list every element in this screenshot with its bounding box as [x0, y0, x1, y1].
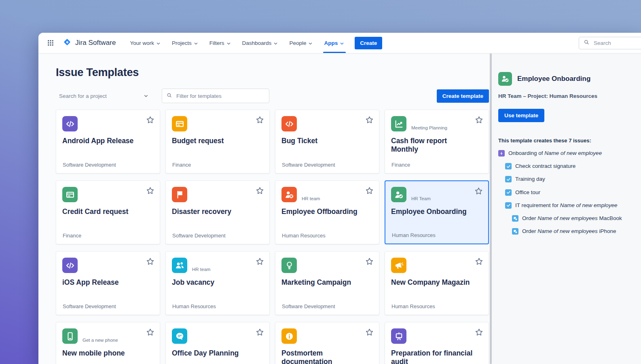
nav-item-apps[interactable]: Apps [319, 33, 350, 53]
favorite-star-icon[interactable] [474, 328, 484, 337]
favorite-star-icon[interactable] [365, 328, 374, 337]
chevron-down-icon [193, 40, 199, 47]
template-card-credit-card-request[interactable]: Credit Card request Finance [56, 180, 160, 244]
favorite-star-icon[interactable] [146, 186, 155, 195]
issue-item: Onboarding of Name of new employee [498, 150, 635, 157]
megaphone-icon [391, 258, 406, 273]
grid-icon [47, 39, 55, 47]
favorite-star-icon[interactable] [474, 257, 484, 266]
issue-text: Order Name of new employees iPhone [522, 228, 616, 235]
template-card-employee-onboarding[interactable]: HR Team Employee Onboarding Human Resour… [385, 180, 489, 244]
nav-item-filters[interactable]: Filters [204, 33, 237, 53]
card-tag: Get a new phone [83, 338, 118, 344]
template-card-grid: Android App Release Software Development… [56, 110, 489, 364]
nav-item-projects[interactable]: Projects [167, 33, 204, 53]
favorite-star-icon[interactable] [146, 115, 155, 125]
card-title: Cash flow report Monthly [391, 137, 474, 154]
issue-item: Order Name of new employees MacBook [498, 215, 635, 222]
template-card-disaster-recovery[interactable]: Disaster recovery Software Development [165, 180, 270, 244]
favorite-star-icon[interactable] [365, 186, 374, 195]
project-select-placeholder: Search for a project [59, 93, 107, 99]
template-card-employee-offboarding[interactable]: HR team Employee Offboarding Human Resou… [275, 180, 379, 244]
template-card-new-mobile-phone[interactable]: Get a new phone New mobile phone [56, 322, 160, 364]
filter-row: Search for a project Create template [56, 89, 489, 103]
issue-item: IT requirement for Name of new employee [498, 202, 635, 209]
card-title: Employee Onboarding [391, 207, 474, 216]
task-icon [505, 189, 512, 196]
favorite-star-icon[interactable] [365, 115, 374, 125]
favorite-star-icon[interactable] [474, 186, 483, 196]
jira-window: Jira Software Your work Projects Filters… [38, 33, 641, 364]
template-card-cash-flow-report-monthly[interactable]: Meeting Planning Cash flow report Monthl… [385, 110, 489, 174]
template-card-office-day-planning[interactable]: Office Day Planning [165, 322, 270, 364]
card-title: iOS App Release [62, 278, 145, 287]
epic-icon [498, 150, 505, 157]
template-filter-field[interactable] [162, 89, 269, 103]
card-category: Finance [172, 162, 191, 168]
nav-item-dashboards[interactable]: Dashboards [237, 33, 284, 53]
issue-item: Check contract signature [498, 163, 635, 169]
create-template-button[interactable]: Create template [437, 89, 489, 103]
card-title: Bug Ticket [281, 137, 364, 145]
template-card-budget-request[interactable]: Budget request Finance [165, 110, 270, 174]
nav-item-people[interactable]: People [284, 33, 319, 53]
chevron-down-icon [143, 93, 149, 99]
template-card-bug-ticket[interactable]: Bug Ticket Software Development [275, 110, 379, 174]
person-check-icon [391, 187, 406, 202]
nav-menu: Your work Projects Filters Dashboards Pe… [125, 33, 351, 53]
global-search[interactable] [579, 37, 641, 49]
chat-icon [172, 328, 187, 344]
create-button[interactable]: Create [355, 37, 382, 49]
favorite-star-icon[interactable] [255, 186, 264, 195]
search-input[interactable] [593, 40, 639, 47]
template-card-marketing-campaign[interactable]: Marketing Campaign Software Development [275, 251, 379, 315]
favorite-star-icon[interactable] [365, 257, 374, 266]
subtask-icon [512, 215, 518, 222]
search-icon [166, 92, 172, 100]
chevron-down-icon [155, 40, 161, 47]
favorite-star-icon[interactable] [255, 257, 264, 266]
favorite-star-icon[interactable] [146, 257, 155, 266]
favorite-star-icon[interactable] [474, 115, 484, 125]
search-icon [583, 39, 590, 47]
card-tag: HR Team [411, 196, 431, 202]
task-icon [505, 176, 512, 182]
card-category: Finance [63, 233, 81, 239]
app-switcher-icon[interactable] [46, 38, 56, 48]
top-nav: Jira Software Your work Projects Filters… [38, 33, 641, 53]
person-x-icon [281, 187, 297, 202]
nav-item-your-work[interactable]: Your work [125, 33, 167, 53]
card-title: Job vacancy [172, 278, 255, 287]
use-template-button[interactable]: Use template [498, 109, 544, 122]
chevron-down-icon [273, 40, 279, 47]
main-content: Issue Templates Search for a project Cre… [38, 53, 490, 364]
card-tag: HR team [302, 196, 320, 202]
issue-text: Office tour [515, 189, 540, 196]
template-card-postmortem-documentation[interactable]: Postmortem documentation [275, 322, 379, 364]
jira-logo[interactable]: Jira Software [62, 37, 116, 49]
template-card-ios-app-release[interactable]: iOS App Release Software Development [56, 251, 160, 315]
subtask-icon [512, 228, 518, 235]
brand-text: Jira Software [75, 39, 116, 47]
card-category: Software Development [63, 303, 116, 309]
project-select[interactable]: Search for a project [56, 89, 152, 103]
person-check-icon [498, 72, 512, 86]
template-detail-panel: Employee Onboarding HR Team – Project: H… [492, 53, 641, 364]
favorite-star-icon[interactable] [255, 328, 264, 337]
page-title: Issue Templates [56, 66, 490, 79]
template-filter-input[interactable] [176, 93, 265, 99]
template-card-new-company-magazin[interactable]: New Company Magazin Human Resources [385, 251, 489, 315]
card-category: Software Development [172, 233, 226, 239]
template-card-preparation-for-financial-audit[interactable]: Preparation for financial audit [385, 322, 489, 364]
card-title: Credit Card request [62, 207, 145, 216]
card-title: Disaster recovery [172, 207, 255, 216]
card-icon [62, 187, 78, 202]
favorite-star-icon[interactable] [255, 115, 264, 125]
issue-text: Onboarding of Name of new employee [508, 150, 602, 157]
favorite-star-icon[interactable] [146, 328, 155, 337]
card-category: Human Resources [172, 303, 216, 309]
template-card-job-vacancy[interactable]: HR team Job vacancy Human Resources [165, 251, 270, 315]
card-title: New Company Magazin [391, 278, 474, 287]
phone-icon [62, 328, 78, 344]
template-card-android-app-release[interactable]: Android App Release Software Development [56, 110, 160, 174]
